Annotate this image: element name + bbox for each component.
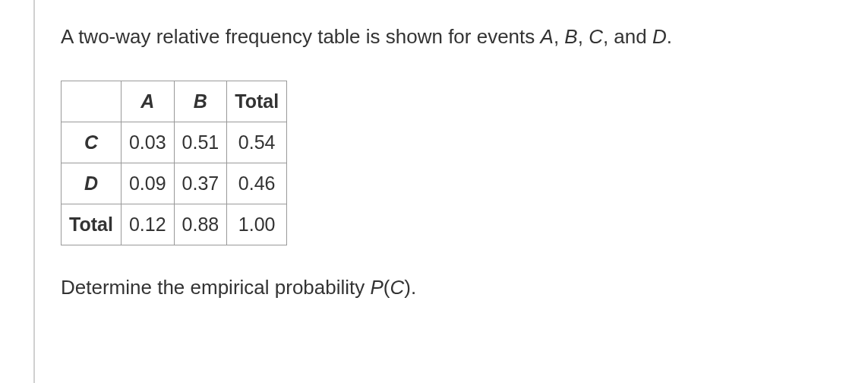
row-D-label: D bbox=[62, 163, 122, 204]
intro-suffix: . bbox=[667, 25, 672, 48]
vertical-divider bbox=[33, 0, 35, 383]
intro-B: B bbox=[564, 25, 577, 48]
cell-Total-A: 0.12 bbox=[121, 204, 174, 245]
intro-A: A bbox=[541, 25, 554, 48]
header-B: B bbox=[174, 81, 227, 122]
row-C-label: C bbox=[62, 122, 122, 163]
cell-C-Total: 0.54 bbox=[227, 122, 287, 163]
cell-D-B: 0.37 bbox=[174, 163, 227, 204]
cell-D-A: 0.09 bbox=[121, 163, 174, 204]
row-Total-label: Total bbox=[62, 204, 122, 245]
table-row-D: D 0.09 0.37 0.46 bbox=[62, 163, 287, 204]
question-P: P bbox=[371, 276, 383, 299]
table-row-C: C 0.03 0.51 0.54 bbox=[62, 122, 287, 163]
cell-C-B: 0.51 bbox=[174, 122, 227, 163]
problem-content: A two-way relative frequency table is sh… bbox=[61, 23, 820, 299]
intro-C: C bbox=[589, 25, 603, 48]
header-A: A bbox=[121, 81, 174, 122]
question-C: C bbox=[390, 276, 405, 299]
cell-Total-Total: 1.00 bbox=[227, 204, 287, 245]
table-row-Total: Total 0.12 0.88 1.00 bbox=[62, 204, 287, 245]
intro-sep2: , bbox=[578, 25, 589, 48]
table-header-row: A B Total bbox=[62, 81, 287, 122]
cell-Total-B: 0.88 bbox=[174, 204, 227, 245]
header-Total: Total bbox=[227, 81, 287, 122]
intro-D: D bbox=[652, 25, 667, 48]
frequency-table: A B Total C 0.03 0.51 0.54 D 0.09 0.37 0… bbox=[61, 81, 287, 245]
intro-sep1: , bbox=[554, 25, 564, 48]
intro-prefix: A two-way relative frequency table is sh… bbox=[61, 25, 541, 48]
header-blank bbox=[62, 81, 122, 122]
question-prefix: Determine the empirical probability bbox=[61, 276, 371, 299]
question-close: ). bbox=[404, 276, 416, 299]
cell-C-A: 0.03 bbox=[121, 122, 174, 163]
intro-sep3: , and bbox=[603, 25, 652, 48]
cell-D-Total: 0.46 bbox=[227, 163, 287, 204]
intro-paragraph: A two-way relative frequency table is sh… bbox=[61, 23, 820, 50]
question-open: ( bbox=[383, 276, 390, 299]
question-paragraph: Determine the empirical probability P(C)… bbox=[61, 276, 820, 299]
